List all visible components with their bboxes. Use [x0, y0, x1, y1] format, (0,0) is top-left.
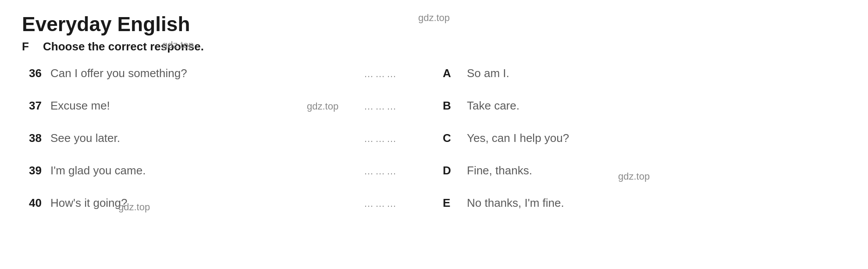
dots: ……… [364, 166, 416, 177]
right-column: A So am I. B Take care. C Yes, can I hel… [416, 67, 846, 229]
dots: ……… [364, 133, 416, 145]
watermark-instructions: gdz.top [162, 39, 194, 51]
answer-letter: C [443, 131, 458, 145]
list-item: E No thanks, I'm fine. [443, 196, 846, 216]
question-number: 39 [22, 164, 42, 177]
list-item: A So am I. [443, 67, 846, 86]
answer-letter: A [443, 67, 458, 80]
list-item: B Take care. [443, 99, 846, 118]
table-row: 36 Can I offer you something? ……… [22, 67, 416, 86]
table-row: 40 How's it going? ……… [22, 196, 416, 216]
question-number: 36 [22, 67, 42, 80]
question-text: I'm glad you came. [50, 164, 355, 177]
watermark-q40: gdz.top [118, 202, 150, 213]
question-number: 37 [22, 99, 42, 113]
watermark-q36: gdz.top [307, 101, 338, 112]
answer-text: So am I. [467, 67, 509, 80]
answer-text: No thanks, I'm fine. [467, 196, 564, 210]
question-number: 40 [22, 196, 42, 210]
page-container: gdz.top gdz.top gdz.top gdz.top gdz.top … [0, 0, 868, 269]
watermark-top-center: gdz.top [418, 12, 450, 24]
list-item: C Yes, can I help you? [443, 131, 846, 151]
answer-letter: D [443, 164, 458, 177]
dots: ……… [364, 198, 416, 209]
answer-letter: B [443, 99, 458, 113]
instruction-row: F Choose the correct response. [22, 40, 846, 53]
table-row: 39 I'm glad you came. ……… [22, 164, 416, 183]
question-text: Can I offer you something? [50, 67, 355, 80]
table-row: 37 Excuse me! ……… [22, 99, 416, 118]
question-text: How's it going? [50, 196, 355, 210]
answer-letter: E [443, 196, 458, 210]
answer-text: Yes, can I help you? [467, 131, 569, 145]
watermark-d: gdz.top [618, 171, 650, 182]
question-number: 38 [22, 131, 42, 145]
question-text: See you later. [50, 131, 355, 145]
left-column: 36 Can I offer you something? ……… 37 Exc… [22, 67, 416, 229]
answer-text: Fine, thanks. [467, 164, 532, 177]
instruction-letter: F [22, 40, 35, 53]
table-row: 38 See you later. ……… [22, 131, 416, 151]
answer-text: Take care. [467, 99, 519, 113]
dots: ……… [364, 68, 416, 80]
dots: ……… [364, 101, 416, 112]
